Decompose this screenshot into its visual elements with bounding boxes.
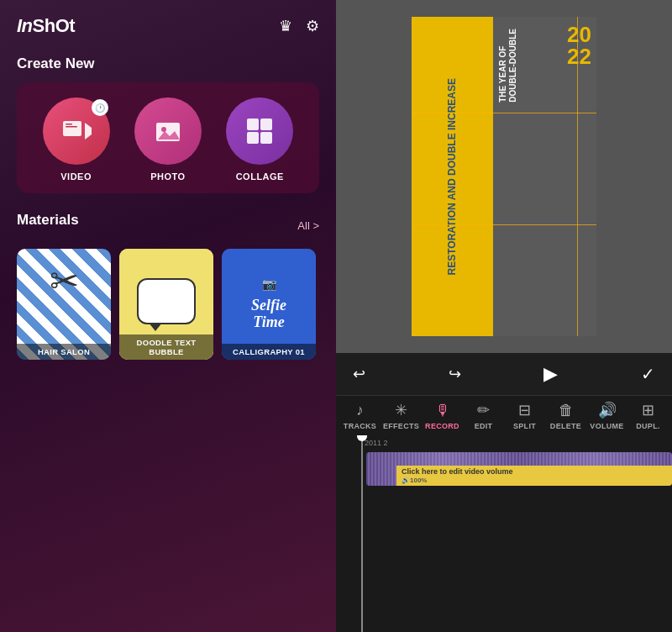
create-new-section: Create New 🕐 VIDEO (0, 47, 336, 200)
poster-right: 2022 THE YEAR OFDOUBLE-DOUBLE (493, 17, 596, 336)
calligraphy-display-text: SelfieTime (251, 298, 286, 331)
video-content: Restoration and Double Increase 2022 THE… (412, 17, 596, 336)
svg-rect-8 (260, 118, 272, 130)
playhead (361, 435, 363, 632)
svg-marker-1 (85, 123, 92, 140)
svg-rect-7 (247, 118, 259, 130)
collage-label: COLLAGE (236, 171, 284, 182)
toolbar-effects[interactable]: ✳ EFFECTS (383, 401, 420, 430)
toolbar-split[interactable]: ⊟ SPLIT (507, 401, 543, 430)
tracks-icon: ♪ (356, 402, 364, 419)
materials-all-link[interactable]: All > (297, 219, 319, 232)
gear-icon[interactable]: ⚙ (306, 17, 319, 35)
volume-label: VOLUME (590, 422, 623, 430)
materials-section: Materials All > ✂ HAIR SALON DOOD (0, 200, 336, 632)
split-icon: ⊟ (518, 401, 531, 419)
play-button[interactable]: ▶ (540, 360, 561, 388)
material-card-doodle[interactable]: DOODLE TEXT BUBBLE (119, 249, 213, 360)
svg-rect-0 (63, 121, 81, 136)
svg-rect-10 (260, 132, 272, 144)
selfie-icon: 📷 (262, 277, 276, 291)
toolbar-record[interactable]: 🎙 RECORD (424, 402, 461, 430)
toolbar-delete[interactable]: 🗑 DELETE (548, 402, 585, 430)
collage-circle (226, 97, 293, 165)
material-card-hair-salon[interactable]: ✂ HAIR SALON (17, 249, 111, 360)
photo-label: PHOTO (150, 171, 185, 182)
app-header: InShOt ♛ ⚙ (0, 0, 336, 47)
redo-button[interactable]: ↪ (445, 361, 465, 387)
time-label: 2011 2 (365, 439, 388, 447)
done-button[interactable]: ✓ (638, 361, 659, 387)
poster-year: 2022 (567, 24, 591, 67)
toolbar-volume[interactable]: 🔊 VOLUME (589, 401, 626, 430)
svg-point-5 (161, 127, 166, 132)
materials-header: Materials All > (17, 212, 319, 239)
scissors-icon: ✂ (50, 261, 79, 302)
create-card-photo[interactable]: PHOTO (134, 97, 202, 182)
guide-line-right (577, 17, 578, 336)
create-new-title: Create New (17, 55, 319, 72)
video-icon (61, 116, 92, 146)
doodle-bubble-icon (137, 278, 196, 324)
create-cards-container: 🕐 VIDEO PHOTO (17, 82, 319, 193)
material-cards-container: ✂ HAIR SALON DOODLE TEXT BUBBLE 📷 Selfie… (17, 249, 319, 360)
left-panel: InShOt ♛ ⚙ Create New 🕐 VIDE (0, 0, 336, 632)
video-canvas: Restoration and Double Increase 2022 THE… (412, 17, 596, 336)
edit-label: EDIT (475, 422, 493, 430)
header-icons: ♛ ⚙ (279, 17, 319, 35)
video-label: VIDEO (60, 171, 92, 182)
tracks-label: TRACKS (344, 422, 376, 430)
svg-rect-9 (247, 132, 259, 144)
photo-circle (134, 97, 202, 165)
timeline-area: 2011 2 Click here to edit video volume 🔊… (336, 435, 672, 632)
timeline-track: 2011 2 Click here to edit video volume 🔊… (336, 435, 672, 632)
material-card-calligraphy[interactable]: 📷 SelfieTime CALLIGRAPHY 01 (222, 249, 316, 360)
arrow-icon (420, 292, 438, 319)
volume-icon: 🔊 (598, 401, 617, 419)
svg-rect-2 (66, 124, 72, 125)
delete-label: DELETE (550, 422, 581, 430)
audio-track[interactable]: Click here to edit video volume 🔊100% (366, 452, 672, 486)
edit-icon: ✏ (477, 401, 490, 419)
photo-icon (153, 116, 183, 146)
clock-badge: 🕐 (92, 99, 108, 116)
calligraphy-label: CALLIGRAPHY 01 (222, 344, 316, 360)
record-label: RECORD (425, 422, 459, 430)
right-panel: Restoration and Double Increase 2022 THE… (336, 0, 672, 632)
guide-line-top (412, 113, 596, 113)
poster-left-text: Restoration and Double Increase (447, 78, 458, 275)
svg-rect-3 (66, 126, 77, 128)
effects-icon: ✳ (395, 401, 407, 419)
poster-main-text: THE YEAR OFDOUBLE-DOUBLE (498, 29, 518, 103)
toolbar-tracks[interactable]: ♪ TRACKS (342, 402, 379, 430)
materials-title: Materials (17, 212, 79, 229)
doodle-label: DOODLE TEXT BUBBLE (119, 334, 213, 360)
duplicate-label: DUPL. (636, 422, 660, 430)
split-label: SPLIT (513, 422, 536, 430)
effects-label: EFFECTS (383, 422, 419, 430)
video-preview: Restoration and Double Increase 2022 THE… (336, 0, 672, 353)
toolbar-edit[interactable]: ✏ EDIT (465, 401, 502, 430)
create-card-video[interactable]: 🕐 VIDEO (43, 97, 110, 182)
hair-salon-label: HAIR SALON (17, 344, 111, 360)
guide-line-bottom (412, 224, 596, 225)
editor-toolbar: ♪ TRACKS ✳ EFFECTS 🎙 RECORD ✏ EDIT ⊟ SPL… (336, 395, 672, 435)
toolbar-duplicate[interactable]: ⊞ DUPL. (630, 401, 667, 430)
create-card-collage[interactable]: COLLAGE (226, 97, 293, 182)
undo-button[interactable]: ↩ (349, 361, 369, 387)
record-icon: 🎙 (435, 402, 450, 419)
video-circle: 🕐 (43, 97, 110, 165)
crown-icon[interactable]: ♛ (279, 17, 292, 35)
app-logo: InShOt (17, 15, 75, 37)
delete-icon: 🗑 (559, 402, 574, 419)
duplicate-icon: ⊞ (642, 401, 654, 419)
edit-volume-banner[interactable]: Click here to edit video volume 🔊100% (396, 466, 672, 486)
poster-left: Restoration and Double Increase (412, 17, 493, 336)
timeline-controls: ↩ ↪ ▶ ✓ (336, 353, 672, 395)
collage-icon (244, 116, 275, 146)
